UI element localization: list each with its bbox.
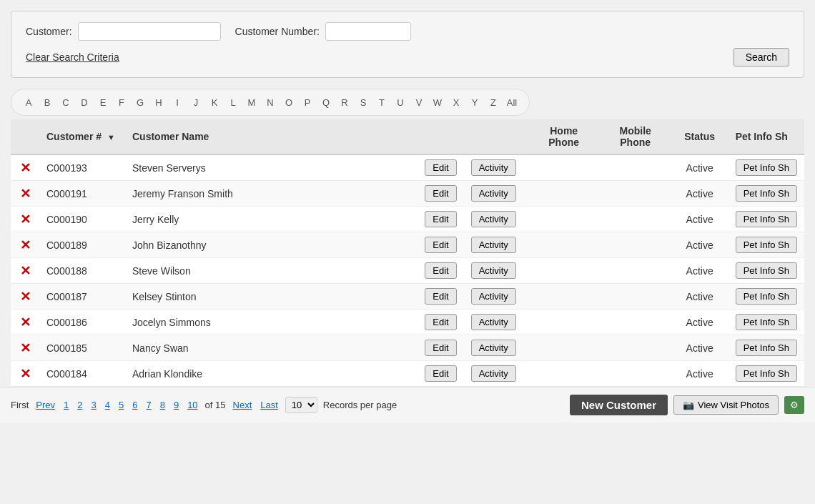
- pet-info-button[interactable]: Pet Info Sh: [736, 365, 797, 382]
- edit-button[interactable]: Edit: [425, 262, 456, 279]
- view-photos-label: View Visit Photos: [698, 400, 769, 410]
- delete-icon[interactable]: ✕: [20, 212, 31, 227]
- pet-info-button[interactable]: Pet Info Sh: [736, 314, 797, 330]
- pagination-last[interactable]: Last: [259, 400, 280, 410]
- alpha-btn-w[interactable]: W: [429, 94, 446, 111]
- customer-num-cell: C000185: [39, 335, 125, 361]
- page-link-2[interactable]: 2: [76, 400, 84, 410]
- search-button[interactable]: Search: [734, 48, 789, 66]
- alpha-btn-j[interactable]: J: [187, 94, 204, 111]
- alpha-btn-o[interactable]: O: [280, 94, 297, 111]
- activity-button[interactable]: Activity: [471, 237, 516, 253]
- pet-info-button[interactable]: Pet Info Sh: [736, 159, 797, 176]
- edit-button[interactable]: Edit: [425, 365, 456, 382]
- pet-info-button[interactable]: Pet Info Sh: [736, 211, 797, 227]
- customer-number-input[interactable]: [325, 22, 411, 41]
- delete-icon[interactable]: ✕: [20, 341, 31, 355]
- delete-icon[interactable]: ✕: [20, 238, 31, 252]
- activity-button[interactable]: Activity: [471, 314, 516, 330]
- status-cell: Active: [671, 154, 728, 181]
- edit-button[interactable]: Edit: [425, 340, 456, 356]
- delete-cell: ✕: [11, 154, 39, 181]
- delete-icon[interactable]: ✕: [20, 187, 31, 201]
- view-photos-button[interactable]: 📷 View Visit Photos: [673, 395, 779, 415]
- pet-info-button[interactable]: Pet Info Sh: [736, 262, 797, 279]
- page-link-8[interactable]: 8: [159, 400, 167, 410]
- alpha-btn-p[interactable]: P: [299, 94, 316, 111]
- customer-label: Customer:: [26, 26, 72, 37]
- alpha-btn-q[interactable]: Q: [317, 94, 335, 111]
- page-link-7[interactable]: 7: [144, 400, 152, 410]
- new-customer-button[interactable]: New Customer: [570, 395, 668, 415]
- alpha-btn-i[interactable]: I: [169, 94, 186, 111]
- delete-icon[interactable]: ✕: [20, 315, 31, 330]
- alpha-btn-g[interactable]: G: [132, 94, 149, 111]
- alpha-btn-y[interactable]: Y: [466, 94, 483, 111]
- alpha-btn-all[interactable]: All: [503, 94, 520, 111]
- alpha-btn-f[interactable]: F: [113, 94, 130, 111]
- page-link-9[interactable]: 9: [172, 400, 180, 410]
- alpha-btn-a[interactable]: A: [20, 94, 37, 111]
- alpha-btn-c[interactable]: C: [57, 94, 74, 111]
- page-link-6[interactable]: 6: [131, 400, 139, 410]
- alpha-btn-d[interactable]: D: [76, 94, 93, 111]
- activity-button[interactable]: Activity: [471, 288, 516, 305]
- edit-button[interactable]: Edit: [425, 185, 456, 202]
- page-link-1[interactable]: 1: [62, 400, 70, 410]
- activity-button[interactable]: Activity: [471, 159, 516, 176]
- customer-input[interactable]: [78, 22, 221, 41]
- pet-info-button[interactable]: Pet Info Sh: [736, 185, 797, 202]
- alpha-btn-e[interactable]: E: [94, 94, 112, 111]
- delete-icon[interactable]: ✕: [20, 367, 31, 381]
- page-link-3[interactable]: 3: [89, 400, 97, 410]
- edit-button[interactable]: Edit: [425, 237, 456, 253]
- activity-button[interactable]: Activity: [471, 211, 516, 227]
- alpha-btn-z[interactable]: Z: [485, 94, 502, 111]
- page-link-10[interactable]: 10: [186, 400, 199, 410]
- pagination-prev[interactable]: Prev: [34, 400, 56, 410]
- alpha-btn-t[interactable]: T: [373, 94, 390, 111]
- pet-info-button[interactable]: Pet Info Sh: [736, 288, 797, 305]
- alpha-btn-m[interactable]: M: [243, 94, 260, 111]
- edit-cell: Edit: [418, 361, 463, 387]
- delete-icon[interactable]: ✕: [20, 264, 31, 278]
- sort-arrow-icon[interactable]: ▼: [107, 133, 115, 142]
- edit-cell: Edit: [418, 232, 463, 258]
- pet-info-button[interactable]: Pet Info Sh: [736, 340, 797, 356]
- delete-icon[interactable]: ✕: [20, 161, 31, 175]
- alpha-btn-k[interactable]: K: [206, 94, 223, 111]
- per-page-select[interactable]: 10 25 50: [285, 397, 317, 413]
- edit-button[interactable]: Edit: [425, 159, 456, 176]
- alpha-btn-s[interactable]: S: [355, 94, 372, 111]
- alpha-btn-l[interactable]: L: [224, 94, 242, 111]
- customer-number-label: Customer Number:: [235, 26, 320, 37]
- header-delete: [11, 119, 39, 154]
- alpha-btn-r[interactable]: R: [336, 94, 353, 111]
- pagination-first: First: [11, 400, 29, 410]
- activity-button[interactable]: Activity: [471, 340, 516, 356]
- activity-button[interactable]: Activity: [471, 262, 516, 279]
- alpha-btn-v[interactable]: V: [410, 94, 428, 111]
- customer-name-cell: Steve Wilson: [125, 258, 418, 284]
- edit-cell: Edit: [418, 154, 463, 181]
- activity-button[interactable]: Activity: [471, 365, 516, 382]
- clear-search-button[interactable]: Clear Search Criteria: [26, 51, 119, 63]
- delete-icon[interactable]: ✕: [20, 290, 31, 304]
- alpha-btn-b[interactable]: B: [39, 94, 56, 111]
- edit-button[interactable]: Edit: [425, 314, 456, 330]
- delete-cell: ✕: [11, 207, 39, 232]
- alpha-btn-n[interactable]: N: [262, 94, 279, 111]
- edit-button[interactable]: Edit: [425, 211, 456, 227]
- alpha-btn-h[interactable]: H: [150, 94, 167, 111]
- activity-button[interactable]: Activity: [471, 185, 516, 202]
- home-phone-cell: [528, 232, 600, 258]
- pet-info-button[interactable]: Pet Info Sh: [736, 237, 797, 253]
- page-link-4[interactable]: 4: [104, 400, 112, 410]
- table-row: ✕ C000191 Jeremy Franson Smith Edit Acti…: [11, 181, 804, 207]
- settings-button[interactable]: ⚙: [784, 396, 804, 414]
- page-link-5[interactable]: 5: [117, 400, 125, 410]
- alpha-btn-u[interactable]: U: [392, 94, 409, 111]
- edit-button[interactable]: Edit: [425, 288, 456, 305]
- alpha-btn-x[interactable]: X: [448, 94, 465, 111]
- pagination-next[interactable]: Next: [232, 400, 254, 410]
